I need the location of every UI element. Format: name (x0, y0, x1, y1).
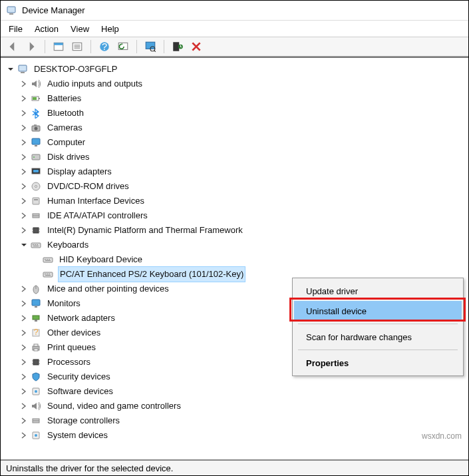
computer-icon (17, 63, 29, 75)
camera-icon (30, 122, 42, 134)
tree-item-display[interactable]: Display adapters (3, 164, 466, 179)
status-text: Uninstalls the driver for the selected d… (6, 463, 173, 473)
properties-button[interactable] (69, 39, 85, 55)
menu-action[interactable]: Action (35, 24, 59, 34)
expand-icon[interactable] (19, 196, 29, 206)
menu-label: Scan for hardware changes (306, 332, 412, 342)
expand-icon[interactable] (19, 328, 29, 338)
tree-item-computer[interactable]: Computer (3, 135, 466, 150)
statusbar: Uninstalls the driver for the selected d… (1, 459, 468, 475)
scan-hardware-button[interactable] (142, 39, 158, 55)
tree-label: Batteries (46, 91, 82, 106)
expand-icon[interactable] (19, 401, 29, 411)
tree-label: Security devices (46, 369, 112, 384)
menu-label: Properties (306, 358, 349, 368)
tree-item-bluetooth[interactable]: Bluetooth (3, 106, 466, 120)
shield-icon (30, 371, 42, 383)
expand-icon[interactable] (19, 211, 29, 220)
menu-properties[interactable]: Properties (294, 353, 462, 373)
expand-icon[interactable] (19, 299, 29, 308)
refresh-button[interactable] (115, 39, 131, 55)
tree-item-disk[interactable]: Disk drives (3, 150, 466, 164)
expand-icon[interactable] (19, 387, 29, 396)
tree-item-system[interactable]: System devices (3, 428, 466, 443)
ide-icon (30, 210, 42, 222)
toolbar-separator (45, 40, 45, 53)
device-tree[interactable]: DESKTOP-O3FGFLP Audio inputs and outputs… (1, 58, 468, 447)
expand-icon[interactable] (19, 182, 29, 191)
titlebar: Device Manager (1, 1, 468, 21)
processor-icon (30, 356, 42, 368)
tree-label: Storage controllers (46, 413, 121, 428)
menubar: File Action View Help (1, 21, 468, 37)
storage-icon (30, 415, 42, 427)
chip-icon (30, 224, 42, 236)
expand-icon[interactable] (19, 240, 29, 250)
tree-item-dvd[interactable]: DVD/CD-ROM drives (3, 179, 466, 194)
audio-icon (30, 78, 42, 90)
expand-icon[interactable] (6, 65, 15, 74)
toolbar-separator (90, 40, 91, 53)
menu-file[interactable]: File (9, 24, 23, 34)
menu-uninstall-device[interactable]: Uninstall device (294, 301, 462, 321)
tree-item-batteries[interactable]: Batteries (3, 91, 466, 106)
tree-root[interactable]: DESKTOP-O3FGFLP (3, 62, 466, 77)
expand-icon[interactable] (19, 416, 29, 425)
tree-label: HID Keyboard Device (58, 252, 144, 267)
forward-button[interactable] (23, 39, 39, 55)
menu-view[interactable]: View (71, 24, 89, 34)
tree-item-hid[interactable]: Human Interface Devices (3, 194, 466, 208)
menu-separator (298, 324, 458, 324)
tree-label: Intel(R) Dynamic Platform and Thermal Fr… (46, 223, 244, 238)
menu-separator (298, 350, 458, 350)
tree-item-audio[interactable]: Audio inputs and outputs (3, 77, 466, 91)
tree-item-keyboards[interactable]: Keyboards (3, 238, 466, 252)
system-icon (30, 429, 42, 441)
expand-icon[interactable] (19, 343, 29, 352)
expand-icon[interactable] (19, 357, 29, 367)
tree-item-hid-keyboard[interactable]: HID Keyboard Device (3, 252, 466, 267)
back-button[interactable] (5, 39, 21, 55)
expand-icon[interactable] (19, 372, 29, 381)
tree-item-ide[interactable]: IDE ATA/ATAPI controllers (3, 208, 466, 223)
expand-icon[interactable] (19, 138, 29, 147)
help-button[interactable] (96, 39, 112, 55)
tree-item-software[interactable]: Software devices (3, 384, 466, 399)
tree-item-intel[interactable]: Intel(R) Dynamic Platform and Thermal Fr… (3, 223, 466, 238)
tree-label: System devices (46, 428, 109, 443)
tree-label: Disk drives (46, 150, 91, 164)
expand-icon[interactable] (19, 123, 29, 132)
app-icon (6, 5, 17, 16)
tree-label: DVD/CD-ROM drives (46, 179, 130, 194)
menu-scan-hardware[interactable]: Scan for hardware changes (294, 327, 462, 347)
window-title: Device Manager (22, 5, 85, 15)
uninstall-device-button[interactable] (188, 39, 204, 55)
keyboard-icon (42, 254, 54, 266)
expand-icon[interactable] (19, 167, 29, 176)
network-icon (30, 312, 42, 324)
menu-update-driver[interactable]: Update driver (294, 281, 462, 301)
menu-help[interactable]: Help (101, 24, 119, 34)
expand-icon[interactable] (19, 314, 29, 323)
expand-icon[interactable] (19, 109, 29, 118)
expand-icon[interactable] (19, 152, 29, 162)
enable-device-button[interactable] (170, 39, 186, 55)
tree-label: Display adapters (46, 164, 113, 179)
tree-label: Network adapters (46, 311, 116, 326)
tree-label: Computer (46, 135, 86, 150)
software-icon (30, 385, 42, 397)
expand-icon[interactable] (19, 226, 29, 235)
mouse-icon (30, 283, 42, 295)
expand-icon[interactable] (19, 431, 29, 440)
tree-item-cameras[interactable]: Cameras (3, 120, 466, 135)
battery-icon (30, 93, 42, 105)
tree-label: Monitors (46, 296, 82, 311)
tree-item-sound[interactable]: Sound, video and game controllers (3, 399, 466, 413)
tree-label: Keyboards (46, 238, 90, 252)
tree-item-storage[interactable]: Storage controllers (3, 413, 466, 428)
expand-icon[interactable] (19, 94, 29, 103)
show-hide-tree-button[interactable] (51, 39, 67, 55)
expand-icon[interactable] (19, 79, 29, 89)
expand-icon[interactable] (19, 284, 29, 294)
display-icon (30, 166, 42, 178)
